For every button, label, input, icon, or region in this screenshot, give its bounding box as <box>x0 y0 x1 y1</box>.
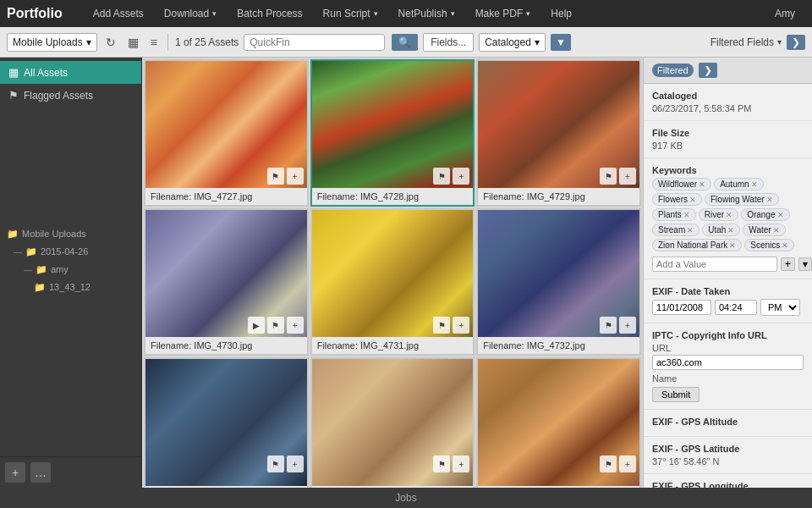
catalog-name: Mobile Uploads <box>13 36 83 48</box>
keyword-tag[interactable]: Orange✕ <box>741 208 789 221</box>
add-to-collection-button[interactable]: + <box>619 317 636 334</box>
asset-cell[interactable]: Filename: IMG_4728.jpg⚑+ <box>310 59 475 207</box>
keyword-tag-remove[interactable]: ✕ <box>777 211 784 219</box>
flag-button[interactable]: ⚑ <box>600 456 617 472</box>
add-keyword-dropdown-button[interactable]: ▾ <box>798 257 812 271</box>
fields-button[interactable]: Fields... <box>423 33 474 52</box>
menu-batch-process[interactable]: Batch Process <box>227 0 312 27</box>
keyword-tag-remove[interactable]: ✕ <box>726 211 732 219</box>
right-panel-toggle[interactable]: ❯ <box>699 63 717 78</box>
exif-ampm-select[interactable]: PMAM <box>760 299 800 316</box>
keyword-tag[interactable]: Wildflower✕ <box>652 178 711 190</box>
asset-cell[interactable]: ⚑+ <box>310 357 475 488</box>
flag-button[interactable]: ⚑ <box>600 317 617 334</box>
tree-item-13-43-12[interactable]: 📁 13_43_12 <box>0 279 141 296</box>
keyword-tag[interactable]: Water✕ <box>743 224 785 236</box>
keyword-tag[interactable]: Utah✕ <box>702 224 740 236</box>
sidebar-item-flagged-assets[interactable]: ⚑ Flagged Assets <box>0 84 141 107</box>
flag-button[interactable]: ⚑ <box>267 317 284 334</box>
keyword-tag-remove[interactable]: ✕ <box>782 241 788 250</box>
keyword-tag-remove[interactable]: ✕ <box>689 196 696 204</box>
flag-button[interactable]: ⚑ <box>433 168 450 185</box>
flag-button[interactable]: ⚑ <box>433 456 450 472</box>
add-to-collection-button[interactable]: + <box>453 168 469 185</box>
keyword-tag[interactable]: Flowers✕ <box>652 193 702 206</box>
menu-download[interactable]: Download ▾ <box>154 0 227 27</box>
add-keyword-plus-button[interactable]: + <box>781 257 795 271</box>
gps-latitude-section: EXIF - GPS Latitude 37° 16' 58.46" N <box>644 437 812 474</box>
search-button[interactable]: 🔍 <box>392 34 418 51</box>
keyword-tag-remove[interactable]: ✕ <box>683 211 690 219</box>
asset-cell[interactable]: Filename: IMG_4732.jpg⚑+ <box>476 208 641 356</box>
keyword-tag[interactable]: Autumn✕ <box>714 178 763 190</box>
menu-netpublish[interactable]: NetPublish ▾ <box>388 0 465 27</box>
sidebar-all-assets-label: All Assets <box>24 67 68 79</box>
tree-item-amy[interactable]: — 📁 amy <box>0 261 141 279</box>
catalog-selector[interactable]: Mobile Uploads ▾ <box>7 33 97 52</box>
cataloged-label: Cataloged <box>652 91 804 101</box>
keyword-tag-remove[interactable]: ✕ <box>766 196 773 204</box>
grid-view-button[interactable]: ▦ <box>124 34 142 51</box>
asset-actions: ⚑+ <box>433 456 469 472</box>
exif-date-input[interactable] <box>652 300 711 315</box>
video-icon[interactable]: ▶ <box>248 317 265 334</box>
tree-item-2015-04-26[interactable]: — 📁 2015-04-26 <box>0 243 141 261</box>
asset-cell[interactable]: Filename: IMG_4729.jpg⚑+ <box>476 59 641 207</box>
exif-date-section: EXIF - Date Taken PMAM <box>644 279 812 323</box>
cataloged-selector[interactable]: Cataloged ▾ <box>479 33 546 52</box>
add-to-collection-button[interactable]: + <box>453 456 469 472</box>
tree-expand-icon: — <box>24 265 32 274</box>
add-keyword-input[interactable] <box>652 257 777 272</box>
add-to-collection-button[interactable]: + <box>619 456 636 472</box>
keyword-tag[interactable]: Scenics✕ <box>744 239 794 251</box>
download-caret: ▾ <box>212 9 217 18</box>
iptc-submit-button[interactable]: Submit <box>652 387 700 402</box>
add-catalog-button[interactable]: + <box>5 462 25 483</box>
jobs-bar[interactable]: Jobs <box>0 488 812 508</box>
flag-button[interactable]: ⚑ <box>433 317 450 334</box>
refresh-button[interactable]: ↻ <box>102 34 119 51</box>
asset-cell[interactable]: Filename: IMG_4731.jpg⚑+ <box>310 208 475 356</box>
keyword-tag[interactable]: Stream✕ <box>652 224 700 236</box>
list-view-button[interactable]: ≡ <box>147 34 161 51</box>
more-options-button[interactable]: … <box>30 462 51 483</box>
keyword-tag[interactable]: Flowing Water✕ <box>705 193 779 206</box>
add-to-collection-button[interactable]: + <box>453 317 469 334</box>
flag-button[interactable]: ⚑ <box>267 456 284 472</box>
search-input[interactable] <box>250 36 379 48</box>
asset-cell[interactable]: Filename: IMG_4730.jpg▶⚑+ <box>144 208 309 356</box>
flag-button[interactable]: ⚑ <box>600 168 617 185</box>
filtered-caret: ▾ <box>777 37 782 47</box>
keyword-tag-remove[interactable]: ✕ <box>773 226 780 235</box>
keyword-tag[interactable]: Plants✕ <box>652 208 696 221</box>
sidebar-item-all-assets[interactable]: ▦ All Assets <box>0 61 141 84</box>
add-to-collection-button[interactable]: + <box>287 168 304 185</box>
asset-cell[interactable]: Filename: IMG_4727.jpg⚑+ <box>144 59 309 207</box>
menu-add-assets[interactable]: Add Assets <box>83 0 154 27</box>
keyword-tag[interactable]: River✕ <box>699 208 738 221</box>
asset-actions: ⚑+ <box>267 456 304 472</box>
user-menu[interactable]: Amy <box>765 8 805 19</box>
panel-arrow-button[interactable]: ❯ <box>787 35 805 50</box>
keyword-tag-remove[interactable]: ✕ <box>687 226 694 235</box>
add-to-collection-button[interactable]: + <box>619 168 636 185</box>
tree-item-mobile-uploads[interactable]: 📁 Mobile Uploads <box>0 225 141 243</box>
filter-dropdown-button[interactable]: ▼ <box>551 34 571 51</box>
menu-run-script[interactable]: Run Script ▾ <box>313 0 388 27</box>
add-to-collection-button[interactable]: + <box>287 456 304 472</box>
keyword-tag-remove[interactable]: ✕ <box>751 180 758 189</box>
asset-grid-container: Filename: IMG_4727.jpg⚑+Filename: IMG_47… <box>142 58 643 488</box>
keyword-tag-remove[interactable]: ✕ <box>699 180 705 189</box>
keyword-tag-remove[interactable]: ✕ <box>729 241 736 250</box>
keyword-tag[interactable]: Zion National Park✕ <box>652 239 742 251</box>
exif-time-input[interactable] <box>715 300 757 315</box>
add-to-collection-button[interactable]: + <box>287 317 304 334</box>
asset-cell[interactable]: ⚑+ <box>476 357 641 488</box>
menu-make-pdf[interactable]: Make PDF ▾ <box>465 0 541 27</box>
iptc-url-input[interactable] <box>652 355 804 370</box>
keyword-tag-remove[interactable]: ✕ <box>727 226 734 235</box>
flag-button[interactable]: ⚑ <box>267 168 284 185</box>
asset-filename: Filename: IMG_4731.jpg <box>312 337 474 354</box>
asset-cell[interactable]: ⚑+ <box>144 357 309 488</box>
menu-help[interactable]: Help <box>540 0 582 27</box>
